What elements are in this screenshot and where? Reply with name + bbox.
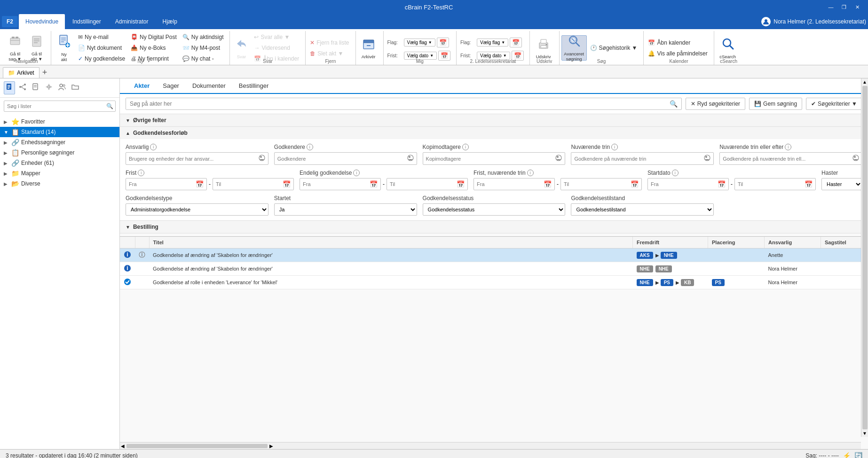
frist-nuv-fra-calendar[interactable]: 📅: [544, 180, 552, 188]
nuvaerende-trin-text-input[interactable]: [574, 156, 702, 162]
endelig-fra-text[interactable]: [303, 181, 368, 187]
kopimodtagere-info-icon[interactable]: i: [462, 144, 469, 150]
arkiver-button[interactable]: Arkivér: [358, 35, 379, 61]
sidebar-item-enhedssoegninger[interactable]: ▶ 🔗 Enhedssøgninger: [0, 137, 119, 147]
endelig-til-calendar[interactable]: 📅: [457, 180, 465, 188]
soeghistorik-button[interactable]: 🕐 Søgehistorik ▼: [588, 43, 640, 53]
menu-tab-administrator[interactable]: Administrator: [109, 14, 155, 29]
goto-akt-button[interactable]: Gå tilakt ▼: [26, 35, 47, 61]
startdato-til-input[interactable]: 📅: [734, 178, 816, 190]
frist-nuv-til-input[interactable]: 📅: [560, 178, 642, 190]
nuvaerende-trin-input[interactable]: [571, 152, 714, 165]
fjern-liste-button[interactable]: ✕ Fjern fra liste: [308, 38, 351, 48]
content-tab-bestillinger[interactable]: Bestillinger: [232, 78, 276, 94]
ny-godkendelse-button[interactable]: ✓ Ny godkendelse: [76, 54, 127, 64]
table-row[interactable]: Godkendelse af rolle i enheden 'Leveranc…: [120, 276, 868, 289]
bestilling-header[interactable]: ▼ Bestilling: [120, 221, 868, 233]
ny-fjernprint-button[interactable]: 🖨 Ny fjernprint: [128, 54, 179, 64]
f2-button[interactable]: F2: [2, 16, 18, 27]
godkendere-add-button[interactable]: [407, 155, 414, 163]
sidebar-item-enheder[interactable]: ▶ 🔗 Enheder (61): [0, 158, 119, 168]
table-row[interactable]: i Godkendelse af ændring af 'Skabelon fo…: [120, 262, 868, 276]
godkendelse-header[interactable]: ▲ Godkendelsesforløb: [120, 127, 868, 139]
ansvarlig-input[interactable]: [126, 152, 268, 165]
frist-til-calendar[interactable]: 📅: [283, 180, 291, 188]
scroll-thumb[interactable]: [862, 86, 868, 429]
godkendelsestilstand-select[interactable]: Godkendelsestilstand: [571, 203, 714, 216]
abn-kalender-button[interactable]: 📅 Åbn i kalender: [252, 54, 301, 64]
frist-nuv-til-text[interactable]: [564, 181, 629, 187]
goto-sag-button[interactable]: Gå tilsag ▼: [5, 35, 25, 61]
ny-dokument-button[interactable]: 📄 Nyt dokument: [76, 43, 127, 53]
minimize-button[interactable]: —: [825, 2, 837, 12]
ansvarlig-info-icon[interactable]: i: [150, 144, 157, 150]
content-tab-dokumenter[interactable]: Dokumenter: [186, 78, 232, 94]
horizontal-scrollbar[interactable]: ◀ ▶: [120, 442, 861, 449]
menu-tab-indstillinger[interactable]: Indstillinger: [66, 14, 108, 29]
scroll-up-button[interactable]: ▲: [861, 78, 868, 85]
led-frist-select[interactable]: Vælg dato ▼: [477, 52, 510, 60]
vertical-scrollbar[interactable]: ▲ ▼: [861, 78, 868, 437]
ny-email-button[interactable]: ✉ Ny e-mail: [76, 32, 127, 42]
endelig-til-input[interactable]: 📅: [387, 178, 468, 190]
frist-fra-text[interactable]: [129, 181, 194, 187]
content-tab-sager[interactable]: Sager: [156, 78, 186, 94]
sidebar-users-icon[interactable]: [56, 81, 68, 94]
startdato-info-icon[interactable]: i: [672, 170, 679, 176]
slet-akt-button[interactable]: 🗑 Slet akt ▼: [308, 48, 351, 59]
sidebar-akter-icon[interactable]: [4, 81, 15, 94]
csearch-button[interactable]: cSearch: [716, 35, 740, 61]
haster-select[interactable]: Haster: [821, 178, 862, 190]
startet-select[interactable]: Ja Nej: [274, 203, 417, 216]
led-flag-select[interactable]: Vælg flag ▼: [477, 39, 508, 47]
nuvaerende-trin-eller-info-icon[interactable]: i: [785, 144, 791, 150]
startdato-fra-text[interactable]: [651, 181, 716, 187]
godkendere-text-input[interactable]: [277, 156, 405, 162]
endelig-fra-calendar[interactable]: 📅: [370, 180, 378, 188]
frist-info-icon[interactable]: i: [138, 170, 144, 176]
ny-akt-button[interactable]: Nyakt: [53, 35, 75, 61]
gem-soegning-button[interactable]: 💾 Gem søgning: [749, 98, 802, 110]
ovrige-header[interactable]: ▼ Øvrige felter: [120, 114, 868, 126]
svar-alle-button[interactable]: ↩ Svar alle ▼: [252, 32, 301, 42]
sidebar-item-personlige[interactable]: ▶ 📋 Personlige søgninger: [0, 147, 119, 158]
udskriv-button[interactable]: Udskriv: [532, 35, 555, 61]
frist-til-text[interactable]: [216, 181, 281, 187]
nuvaerende-trin-eller-text-input[interactable]: [723, 156, 851, 162]
avanceret-soegning-button[interactable]: Avanceretsøgning: [561, 35, 587, 61]
ansvarlig-add-button[interactable]: [259, 155, 265, 163]
sidebar-item-diverse[interactable]: ▶ 📂 Diverse: [0, 179, 119, 189]
scroll-left-button[interactable]: ◀: [120, 442, 126, 450]
menu-tab-hjaelp[interactable]: Hjælp: [156, 14, 183, 29]
vis-paamindelser-button[interactable]: 🔔 Vis alle påmindelser: [646, 48, 710, 59]
mig-frist-select[interactable]: Vælg dato ▼: [404, 52, 437, 60]
sidebar-item-standard[interactable]: ▼ 📋 Standard (14): [0, 127, 119, 137]
ryd-soegning-button[interactable]: ✕ Ryd søgekriterier: [686, 98, 745, 110]
frist-fra-calendar[interactable]: 📅: [196, 180, 204, 188]
scroll-down-button[interactable]: ▼: [861, 430, 868, 437]
ny-m4-button[interactable]: 📨 Ny M4-post: [180, 43, 226, 53]
mig-flag-select[interactable]: Vælg flag ▼: [404, 39, 435, 47]
nuvaerende-trin-eller-add-button[interactable]: [852, 155, 859, 163]
menu-tab-hoofdvenster[interactable]: Hovedvindue: [19, 14, 65, 29]
scroll-right-button[interactable]: ▶: [268, 442, 274, 450]
content-tab-akter[interactable]: Akter: [127, 78, 156, 94]
sidebar-settings-icon[interactable]: [43, 81, 55, 94]
hscroll-thumb[interactable]: [126, 444, 268, 448]
mig-flag-calendar-btn[interactable]: 📅: [437, 38, 449, 47]
frist-nuv-til-calendar[interactable]: 📅: [631, 180, 639, 188]
godkendere-info-icon[interactable]: i: [307, 144, 313, 150]
sidebar-folder-icon[interactable]: [70, 81, 81, 94]
ny-eboks-button[interactable]: 📥 Ny e-Boks: [128, 43, 179, 53]
kopimodtagere-input[interactable]: [423, 152, 566, 165]
godkendelsestype-select[interactable]: Administratorgodkendelse: [126, 203, 268, 216]
frist-til-input[interactable]: 📅: [213, 178, 294, 190]
startdato-fra-input[interactable]: 📅: [647, 178, 729, 190]
nuvaerende-trin-add-button[interactable]: [704, 155, 710, 163]
sidebar-search-input[interactable]: [4, 101, 104, 111]
led-flag-calendar-btn[interactable]: 📅: [510, 38, 522, 47]
frist-nuv-info-icon[interactable]: i: [527, 170, 534, 176]
main-search-input[interactable]: [126, 98, 666, 109]
power-button[interactable]: ⚡: [843, 452, 851, 458]
nuvaerende-trin-info-icon[interactable]: i: [611, 144, 618, 150]
